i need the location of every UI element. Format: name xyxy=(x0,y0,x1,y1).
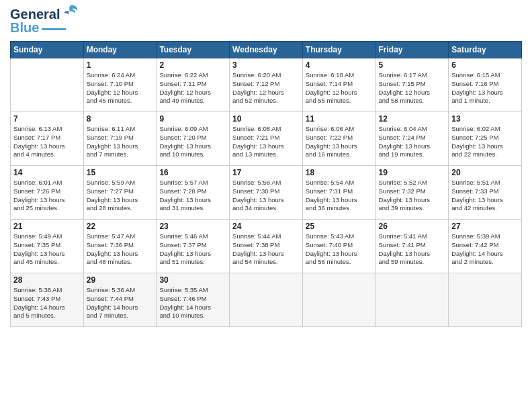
day-number: 29 xyxy=(87,275,154,285)
day-cell: 13Sunrise: 6:02 AM Sunset: 7:25 PM Dayli… xyxy=(449,112,522,166)
day-info: Sunrise: 5:52 AM Sunset: 7:32 PM Dayligh… xyxy=(379,179,446,213)
day-info: Sunrise: 6:06 AM Sunset: 7:22 PM Dayligh… xyxy=(306,125,373,159)
day-cell: 8Sunrise: 6:11 AM Sunset: 7:19 PM Daylig… xyxy=(83,112,157,166)
day-number: 1 xyxy=(87,60,154,70)
day-cell: 18Sunrise: 5:54 AM Sunset: 7:31 PM Dayli… xyxy=(302,166,375,220)
day-number: 8 xyxy=(87,114,154,124)
day-info: Sunrise: 5:57 AM Sunset: 7:28 PM Dayligh… xyxy=(159,179,226,213)
header-cell-saturday: Saturday xyxy=(449,42,522,58)
day-number: 13 xyxy=(451,114,519,124)
day-number: 21 xyxy=(13,222,81,231)
day-number: 5 xyxy=(379,60,446,70)
day-cell: 11Sunrise: 6:06 AM Sunset: 7:22 PM Dayli… xyxy=(302,112,375,166)
day-info: Sunrise: 6:08 AM Sunset: 7:21 PM Dayligh… xyxy=(232,125,300,159)
day-cell: 27Sunrise: 5:39 AM Sunset: 7:42 PM Dayli… xyxy=(449,220,522,273)
week-row-3: 14Sunrise: 6:01 AM Sunset: 7:26 PM Dayli… xyxy=(11,166,522,220)
day-info: Sunrise: 5:54 AM Sunset: 7:31 PM Dayligh… xyxy=(306,179,373,213)
day-info: Sunrise: 5:38 AM Sunset: 7:43 PM Dayligh… xyxy=(13,286,81,320)
page-container: General Blue SundayMondayTuesday xyxy=(0,0,532,334)
day-number: 11 xyxy=(306,114,373,124)
day-number: 7 xyxy=(13,114,81,124)
day-info: Sunrise: 6:20 AM Sunset: 7:12 PM Dayligh… xyxy=(232,71,300,105)
day-cell: 7Sunrise: 6:13 AM Sunset: 7:17 PM Daylig… xyxy=(11,112,84,166)
day-number: 25 xyxy=(306,222,373,231)
day-info: Sunrise: 6:09 AM Sunset: 7:20 PM Dayligh… xyxy=(159,125,226,159)
day-info: Sunrise: 6:24 AM Sunset: 7:10 PM Dayligh… xyxy=(87,71,154,105)
day-cell: 5Sunrise: 6:17 AM Sunset: 7:15 PM Daylig… xyxy=(375,58,449,112)
day-number: 28 xyxy=(13,275,81,285)
day-info: Sunrise: 5:43 AM Sunset: 7:40 PM Dayligh… xyxy=(306,232,373,267)
day-number: 9 xyxy=(159,114,226,124)
day-cell: 16Sunrise: 5:57 AM Sunset: 7:28 PM Dayli… xyxy=(157,166,230,220)
day-info: Sunrise: 6:17 AM Sunset: 7:15 PM Dayligh… xyxy=(379,71,446,105)
day-info: Sunrise: 5:59 AM Sunset: 7:27 PM Dayligh… xyxy=(87,179,154,213)
day-cell: 21Sunrise: 5:49 AM Sunset: 7:35 PM Dayli… xyxy=(11,220,84,273)
day-info: Sunrise: 6:15 AM Sunset: 7:16 PM Dayligh… xyxy=(451,71,519,105)
day-number: 27 xyxy=(451,222,519,231)
day-cell: 20Sunrise: 5:51 AM Sunset: 7:33 PM Dayli… xyxy=(449,166,522,220)
week-row-5: 28Sunrise: 5:38 AM Sunset: 7:43 PM Dayli… xyxy=(11,273,522,327)
day-cell: 12Sunrise: 6:04 AM Sunset: 7:24 PM Dayli… xyxy=(375,112,449,166)
day-cell: 9Sunrise: 6:09 AM Sunset: 7:20 PM Daylig… xyxy=(157,112,230,166)
week-row-1: 1Sunrise: 6:24 AM Sunset: 7:10 PM Daylig… xyxy=(11,58,522,112)
day-info: Sunrise: 5:49 AM Sunset: 7:35 PM Dayligh… xyxy=(13,232,81,267)
day-number: 19 xyxy=(379,168,446,177)
logo-text: General xyxy=(10,7,60,21)
day-info: Sunrise: 5:51 AM Sunset: 7:33 PM Dayligh… xyxy=(451,179,519,213)
day-info: Sunrise: 6:04 AM Sunset: 7:24 PM Dayligh… xyxy=(379,125,446,159)
day-info: Sunrise: 6:01 AM Sunset: 7:26 PM Dayligh… xyxy=(13,179,81,213)
calendar-body: 1Sunrise: 6:24 AM Sunset: 7:10 PM Daylig… xyxy=(11,58,522,327)
day-number: 15 xyxy=(87,168,154,177)
day-info: Sunrise: 5:41 AM Sunset: 7:41 PM Dayligh… xyxy=(379,232,446,267)
day-number: 4 xyxy=(306,60,373,70)
day-cell: 28Sunrise: 5:38 AM Sunset: 7:43 PM Dayli… xyxy=(11,273,84,327)
day-number: 17 xyxy=(232,168,300,177)
logo-blue: Blue xyxy=(10,20,39,36)
day-number: 30 xyxy=(159,275,226,285)
day-info: Sunrise: 6:02 AM Sunset: 7:25 PM Dayligh… xyxy=(451,125,519,159)
day-cell xyxy=(375,273,449,327)
day-cell: 17Sunrise: 5:56 AM Sunset: 7:30 PM Dayli… xyxy=(230,166,303,220)
day-info: Sunrise: 5:44 AM Sunset: 7:38 PM Dayligh… xyxy=(232,232,300,267)
day-number: 12 xyxy=(379,114,446,124)
calendar-table: SundayMondayTuesdayWednesdayThursdayFrid… xyxy=(10,41,522,327)
header-cell-thursday: Thursday xyxy=(302,42,375,58)
week-row-2: 7Sunrise: 6:13 AM Sunset: 7:17 PM Daylig… xyxy=(11,112,522,166)
day-cell xyxy=(302,273,375,327)
logo-underline xyxy=(42,28,66,30)
day-number: 23 xyxy=(159,222,226,231)
day-cell: 22Sunrise: 5:47 AM Sunset: 7:36 PM Dayli… xyxy=(83,220,157,273)
day-cell xyxy=(449,273,522,327)
header-cell-tuesday: Tuesday xyxy=(157,42,230,58)
day-info: Sunrise: 5:46 AM Sunset: 7:37 PM Dayligh… xyxy=(159,232,226,267)
day-number: 16 xyxy=(159,168,226,177)
day-cell: 4Sunrise: 6:18 AM Sunset: 7:14 PM Daylig… xyxy=(302,58,375,112)
calendar-header: SundayMondayTuesdayWednesdayThursdayFrid… xyxy=(11,42,522,58)
header-cell-sunday: Sunday xyxy=(11,42,84,58)
header-cell-wednesday: Wednesday xyxy=(230,42,303,58)
logo-bird-icon xyxy=(61,3,80,21)
day-number: 6 xyxy=(451,60,519,70)
day-number: 26 xyxy=(379,222,446,231)
day-cell: 15Sunrise: 5:59 AM Sunset: 7:27 PM Dayli… xyxy=(83,166,157,220)
day-info: Sunrise: 6:22 AM Sunset: 7:11 PM Dayligh… xyxy=(159,71,226,105)
day-cell xyxy=(11,58,84,112)
header-row: SundayMondayTuesdayWednesdayThursdayFrid… xyxy=(11,42,522,58)
day-info: Sunrise: 5:47 AM Sunset: 7:36 PM Dayligh… xyxy=(87,232,154,267)
day-cell: 6Sunrise: 6:15 AM Sunset: 7:16 PM Daylig… xyxy=(449,58,522,112)
day-cell: 1Sunrise: 6:24 AM Sunset: 7:10 PM Daylig… xyxy=(83,58,157,112)
day-cell: 29Sunrise: 5:36 AM Sunset: 7:44 PM Dayli… xyxy=(83,273,157,327)
day-cell: 10Sunrise: 6:08 AM Sunset: 7:21 PM Dayli… xyxy=(230,112,303,166)
day-info: Sunrise: 5:35 AM Sunset: 7:46 PM Dayligh… xyxy=(159,286,226,320)
header-cell-monday: Monday xyxy=(83,42,157,58)
day-number: 20 xyxy=(451,168,519,177)
day-number: 2 xyxy=(159,60,226,70)
day-info: Sunrise: 5:39 AM Sunset: 7:42 PM Dayligh… xyxy=(451,232,519,267)
day-number: 14 xyxy=(13,168,81,177)
day-cell: 24Sunrise: 5:44 AM Sunset: 7:38 PM Dayli… xyxy=(230,220,303,273)
day-cell: 14Sunrise: 6:01 AM Sunset: 7:26 PM Dayli… xyxy=(11,166,84,220)
week-row-4: 21Sunrise: 5:49 AM Sunset: 7:35 PM Dayli… xyxy=(11,220,522,273)
day-info: Sunrise: 6:18 AM Sunset: 7:14 PM Dayligh… xyxy=(306,71,373,105)
day-info: Sunrise: 6:13 AM Sunset: 7:17 PM Dayligh… xyxy=(13,125,81,159)
day-cell: 25Sunrise: 5:43 AM Sunset: 7:40 PM Dayli… xyxy=(302,220,375,273)
